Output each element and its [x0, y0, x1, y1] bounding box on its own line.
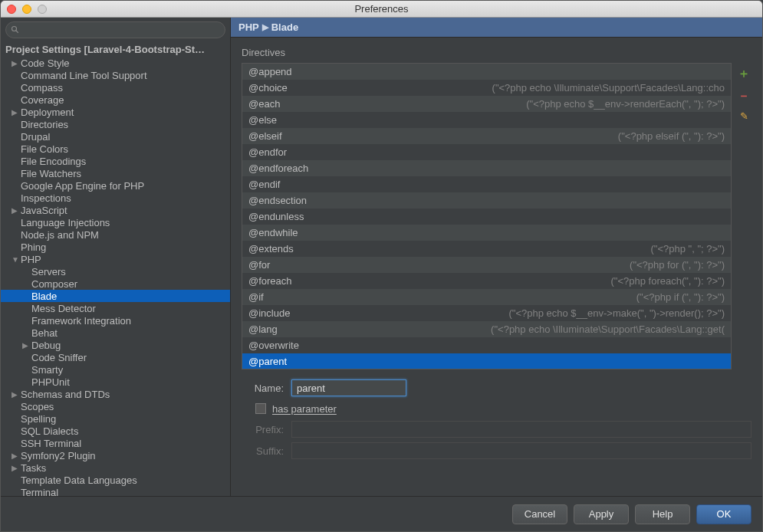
tree-item-label: Node.js and NPM [19, 229, 99, 241]
directive-row[interactable]: @overwrite [242, 337, 731, 353]
directive-row[interactable]: @append [242, 64, 731, 80]
directive-row[interactable]: @endforeach [242, 160, 731, 176]
directive-name: @lang [248, 323, 278, 335]
directive-name: @for [248, 259, 270, 271]
disclosure-arrow-icon[interactable]: ▶ [22, 341, 30, 350]
ok-button[interactable]: OK [696, 504, 751, 524]
tree-item[interactable]: Framework Integration [1, 314, 230, 327]
directive-row[interactable]: @endif [242, 176, 731, 192]
tree-item-label: Code Sniffer [30, 352, 87, 363]
tree-item[interactable]: ▼PHP [1, 253, 230, 265]
settings-tree[interactable]: ▶Code StyleCommand Line Tool SupportComp… [1, 57, 230, 496]
tree-item-label: Directories [19, 119, 68, 130]
tree-item[interactable]: Inspections [1, 192, 230, 204]
disclosure-arrow-icon[interactable]: ▶ [12, 108, 19, 117]
disclosure-arrow-icon[interactable]: ▶ [12, 206, 19, 215]
window-title: Preferences [1, 3, 762, 15]
tree-item[interactable]: ▶Tasks [1, 461, 230, 474]
tree-item-label: SQL Dialects [19, 425, 78, 437]
disclosure-arrow-icon[interactable]: ▼ [12, 255, 19, 264]
tree-item-label: Tasks [19, 462, 46, 474]
tree-item[interactable]: Template Data Languages [1, 474, 230, 486]
tree-item-label: Command Line Tool Support [19, 70, 147, 81]
tree-item-label: Servers [30, 266, 66, 277]
tree-item[interactable]: File Colors [1, 143, 230, 155]
main-panel: PHP ▶ Blade Directives @append@choice("<… [231, 18, 762, 496]
tree-item[interactable]: Command Line Tool Support [1, 69, 230, 81]
tree-item[interactable]: Language Injections [1, 216, 230, 228]
tree-item-label: Symfony2 Plugin [19, 450, 96, 461]
name-input[interactable] [291, 379, 406, 396]
dialog-footer: Cancel Apply Help OK [1, 496, 762, 531]
edit-icon[interactable]: ✎ [740, 110, 748, 122]
disclosure-arrow-icon[interactable]: ▶ [12, 390, 19, 399]
titlebar: Preferences [1, 1, 762, 18]
directive-row[interactable]: @include("<?php echo $__env->make(", ")-… [242, 305, 731, 321]
tree-item[interactable]: ▶Symfony2 Plugin [1, 449, 230, 461]
tree-item[interactable]: Code Sniffer [1, 351, 230, 363]
tree-item[interactable]: Scopes [1, 400, 230, 412]
help-button[interactable]: Help [635, 504, 690, 524]
tree-item-label: Phing [19, 241, 46, 253]
tree-item[interactable]: Smarty [1, 363, 230, 376]
remove-icon[interactable]: － [738, 88, 750, 104]
tree-item[interactable]: Coverage [1, 94, 230, 106]
tree-item[interactable]: Drupal [1, 130, 230, 143]
tree-item[interactable]: SSH Terminal [1, 437, 230, 449]
directive-hint: ("<?php for (", "): ?>") [630, 259, 725, 271]
apply-button[interactable]: Apply [574, 504, 629, 524]
has-parameter-label[interactable]: has parameter [272, 403, 337, 415]
tree-item[interactable]: Phing [1, 241, 230, 253]
directive-row[interactable]: @lang("<?php echo \Illuminate\Support\Fa… [242, 321, 731, 337]
directive-row[interactable]: @for("<?php for (", "): ?>") [242, 257, 731, 273]
directive-row[interactable]: @parent [242, 353, 731, 369]
tree-item[interactable]: File Watchers [1, 167, 230, 179]
tree-item[interactable]: Servers [1, 265, 230, 277]
tree-item[interactable]: Compass [1, 81, 230, 94]
tree-item[interactable]: Mess Detector [1, 302, 230, 314]
disclosure-arrow-icon[interactable]: ▶ [12, 59, 19, 67]
add-icon[interactable]: ＋ [738, 66, 750, 82]
directive-row[interactable]: @endfor [242, 144, 731, 160]
tree-item[interactable]: Terminal [1, 486, 230, 496]
disclosure-arrow-icon[interactable]: ▶ [12, 452, 19, 460]
breadcrumb-root[interactable]: PHP [238, 21, 259, 33]
tree-item[interactable]: ▶Schemas and DTDs [1, 388, 230, 400]
tree-item-label: Deployment [19, 107, 74, 118]
disclosure-arrow-icon[interactable]: ▶ [12, 464, 19, 472]
tree-item-label: Template Data Languages [19, 475, 137, 486]
directive-row[interactable]: @endsection [242, 192, 731, 209]
directive-row[interactable]: @foreach("<?php foreach(", "): ?>") [242, 273, 731, 289]
tree-item[interactable]: Composer [1, 277, 230, 290]
cancel-button[interactable]: Cancel [512, 504, 567, 524]
tree-item[interactable]: Google App Engine for PHP [1, 179, 230, 192]
tree-item[interactable]: SQL Dialects [1, 425, 230, 437]
tree-item-label: JavaScript [19, 205, 67, 216]
directive-name: @endif [248, 179, 280, 190]
tree-item[interactable]: File Encodings [1, 155, 230, 167]
tree-item[interactable]: ▶Debug [1, 339, 230, 351]
tree-item[interactable]: Blade [1, 290, 230, 302]
directive-row[interactable]: @else [242, 112, 731, 128]
has-parameter-checkbox[interactable] [255, 403, 266, 414]
directive-row[interactable]: @each("<?php echo $__env->renderEach(", … [242, 96, 731, 112]
directive-row[interactable]: @endunless [242, 209, 731, 225]
tree-item-label: Mess Detector [30, 303, 96, 314]
directive-row[interactable]: @extends("<?php ", "; ?>") [242, 241, 731, 257]
directive-row[interactable]: @endwhile [242, 225, 731, 241]
directive-row[interactable]: @choice("<?php echo \Illuminate\Support\… [242, 80, 731, 96]
tree-item[interactable]: ▶Deployment [1, 106, 230, 118]
tree-item[interactable]: ▶JavaScript [1, 204, 230, 216]
directive-hint: ("<?php echo \Illuminate\Support\Facades… [492, 82, 725, 94]
tree-item[interactable]: Node.js and NPM [1, 228, 230, 241]
directive-row[interactable]: @elseif("<?php elseif (", "): ?>") [242, 128, 731, 144]
tree-item[interactable]: PHPUnit [1, 376, 230, 388]
tree-item[interactable]: Directories [1, 118, 230, 130]
tree-item[interactable]: Behat [1, 327, 230, 339]
directive-row[interactable]: @if("<?php if (", "): ?>") [242, 289, 731, 305]
tree-item[interactable]: ▶Code Style [1, 57, 230, 69]
directive-name: @append [248, 66, 292, 77]
directives-list[interactable]: @append@choice("<?php echo \Illuminate\S… [242, 63, 732, 369]
tree-item[interactable]: Spelling [1, 412, 230, 425]
search-input[interactable] [5, 21, 225, 38]
